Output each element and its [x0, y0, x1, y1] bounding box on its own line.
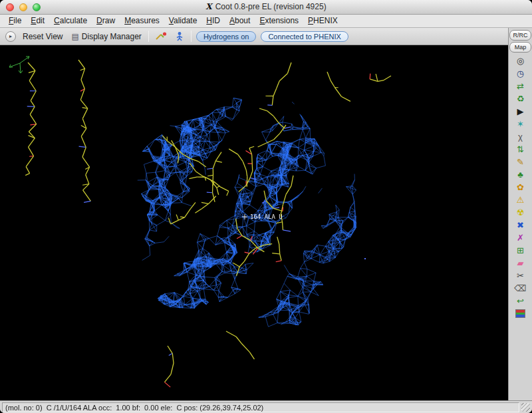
bond-and-atom-icon: [155, 31, 167, 41]
body-row: ▸ Reset View ▤ Display Manager: [0, 28, 532, 400]
menu-item-calculate[interactable]: Calculate: [49, 15, 92, 27]
left-column: ▸ Reset View ▤ Display Manager: [0, 28, 508, 400]
phenix-connection-button[interactable]: Connected to PHENIX: [261, 31, 348, 42]
reset-view-button[interactable]: Reset View: [21, 31, 65, 43]
menu-item-extensions[interactable]: Extensions: [255, 15, 303, 27]
eraser-icon[interactable]: ▰: [509, 257, 532, 269]
warning-icon[interactable]: ⚠: [509, 194, 532, 206]
rrc-button[interactable]: R/RC: [509, 30, 531, 41]
blue-figure-icon: [174, 31, 185, 41]
tree-icon[interactable]: ♣: [509, 168, 532, 181]
rgb-stripes-icon[interactable]: [509, 307, 532, 320]
recycle-icon[interactable]: ♻: [509, 92, 532, 105]
zoom-button[interactable]: [33, 3, 41, 11]
toolbar-overflow-button[interactable]: ▸: [5, 31, 16, 42]
main-toolbar: ▸ Reset View ▤ Display Manager: [0, 28, 508, 45]
resize-grip[interactable]: [521, 403, 530, 412]
title-bar: XCoot 0.8-pre EL (revision 4925): [0, 0, 532, 15]
x-mark-icon[interactable]: ✗: [509, 231, 532, 244]
window-title-text: Coot 0.8-pre EL (revision 4925): [215, 2, 327, 11]
status-text: (mol. no: 0) C /1/U/164 ALA occ: 1.00 bf…: [2, 402, 519, 412]
stick-figure-button[interactable]: [173, 31, 186, 42]
window-controls: [6, 3, 41, 11]
reset-view-label: Reset View: [23, 32, 63, 41]
hydrogens-toggle[interactable]: Hydrogens on: [196, 31, 257, 42]
menu-item-hid[interactable]: HID: [201, 15, 225, 27]
window-title: XCoot 0.8-pre EL (revision 4925): [0, 0, 532, 14]
right-rail-icons: ◎◷⇄♻▶✶χ⇅✎♣✿⚠☢✖✗⊞▰✂⌫↩: [509, 55, 532, 320]
compass-icon[interactable]: ◎: [509, 55, 532, 67]
scissors-icon[interactable]: ✂: [509, 269, 532, 282]
updown-arrows-icon[interactable]: ⇅: [509, 143, 532, 156]
display-manager-icon: ▤: [71, 32, 78, 41]
undo-arrow-icon[interactable]: ↩: [509, 295, 532, 307]
chi-angle-icon[interactable]: χ: [509, 130, 532, 143]
menu-item-edit[interactable]: Edit: [26, 15, 49, 27]
flower-icon[interactable]: ✿: [509, 181, 532, 194]
radioactive-icon[interactable]: ☢: [509, 206, 532, 219]
clock-icon[interactable]: ◷: [509, 67, 532, 80]
3d-canvas[interactable]: [0, 45, 508, 400]
menu-item-validate[interactable]: Validate: [164, 15, 202, 27]
menu-item-about[interactable]: About: [225, 15, 255, 27]
status-bar: (mol. no: 0) C /1/U/164 ALA occ: 1.00 bf…: [0, 400, 532, 413]
menu-item-phenix[interactable]: PHENIX: [303, 15, 342, 27]
close-button[interactable]: [6, 3, 14, 11]
plus-box-icon[interactable]: ⊞: [509, 244, 532, 257]
play-icon[interactable]: ▶: [509, 105, 532, 118]
menu-item-draw[interactable]: Draw: [92, 15, 120, 27]
toolbar-separator: [191, 31, 192, 42]
x11-icon: X: [205, 2, 211, 11]
gl-viewport[interactable]: [0, 45, 508, 400]
toolbar-separator: [148, 31, 149, 42]
minimize-button[interactable]: [19, 3, 27, 11]
map-button[interactable]: Map: [509, 42, 531, 53]
delete-icon[interactable]: ⌫: [509, 282, 532, 295]
swap-arrows-icon[interactable]: ⇄: [509, 80, 532, 92]
menu-item-file[interactable]: File: [4, 15, 26, 27]
menu-bar: FileEditCalculateDrawMeasuresValidateHID…: [0, 15, 532, 28]
right-toolbar: R/RC Map ◎◷⇄♻▶✶χ⇅✎♣✿⚠☢✖✗⊞▰✂⌫↩: [508, 28, 532, 400]
display-manager-button[interactable]: ▤ Display Manager: [69, 31, 143, 43]
menu-item-measures[interactable]: Measures: [120, 15, 164, 27]
sparkle-icon[interactable]: ✶: [509, 118, 532, 130]
pencil-icon[interactable]: ✎: [509, 156, 532, 168]
display-manager-label: Display Manager: [82, 32, 142, 41]
bond-and-atom-button[interactable]: [154, 31, 168, 42]
coot-window: XCoot 0.8-pre EL (revision 4925) FileEdi…: [0, 0, 532, 413]
cross-icon[interactable]: ✖: [509, 219, 532, 231]
